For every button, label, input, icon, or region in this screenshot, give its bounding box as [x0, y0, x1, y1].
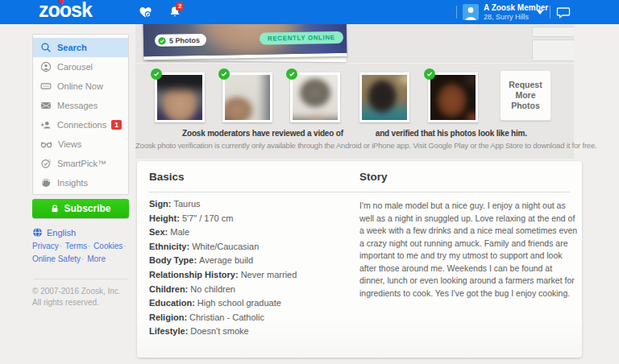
sidebar-item-label: Online Now — [57, 81, 103, 91]
sidebar-nav: Search Carousel Online Now Messages Con — [32, 34, 129, 195]
basics-list: Sign:Taurus Height:5'7" / 170 cm Sex:Mal… — [149, 199, 297, 341]
subscribe-button[interactable]: Subscribe — [32, 199, 129, 218]
profile-details-card: Basics Story Sign:Taurus Height:5'7" / 1… — [137, 161, 582, 358]
section-divider — [135, 63, 574, 64]
sidebar-item-smartpick[interactable]: SmartPick™ — [33, 154, 128, 173]
story-text: I'm no male model but a nice guy. I enjo… — [359, 200, 579, 300]
photo-thumbnail-1[interactable] — [155, 72, 205, 122]
basics-row-sign: Sign:Taurus — [149, 199, 297, 213]
privacy-link[interactable]: Privacy — [32, 242, 59, 250]
basics-row-education: Education:High school graduate — [149, 298, 297, 312]
sidebar-item-carousel[interactable]: Carousel — [33, 57, 128, 77]
user-avatar[interactable] — [463, 4, 479, 20]
sidebar-item-messages[interactable]: Messages — [33, 96, 128, 115]
footer-links: Privacy· Terms· Cookies· Online Safety· … — [32, 240, 132, 266]
copyright-text: © 2007-2016 Zoosk, Inc. All rights reser… — [32, 286, 129, 308]
basics-row-height: Height:5'7" / 170 cm — [149, 213, 297, 228]
chat-bubble-icon[interactable] — [556, 6, 570, 19]
photo-thumbnail-4[interactable] — [359, 72, 409, 122]
moderation-statement: Zoosk moderators have reviewed a video o… — [135, 129, 574, 138]
user-menu-caret-icon[interactable] — [537, 10, 543, 14]
zoosk-profile-page: { "header": { "logo_text": "zoosk", "not… — [0, 0, 619, 364]
sidebar-item-connections[interactable]: Connections 1 — [33, 115, 128, 134]
sidebar-item-label: Messages — [57, 101, 98, 110]
smartpick-heart-icon[interactable] — [139, 6, 152, 19]
story-heading: Story — [359, 171, 388, 183]
photo-thumbnail-5[interactable] — [428, 72, 478, 122]
online-safety-link[interactable]: Online Safety — [32, 254, 81, 263]
check-icon — [158, 36, 166, 44]
language-label: English — [47, 228, 76, 238]
sidebar-item-search[interactable]: Search — [33, 38, 128, 57]
basics-row-children: Children:No children — [149, 284, 297, 299]
terms-link[interactable]: Terms — [65, 242, 87, 250]
notifications-bell-icon[interactable]: 2 — [168, 6, 182, 19]
online-now-icon — [40, 81, 52, 92]
photo-count-badge: 5 Photos — [155, 34, 206, 47]
connections-count-badge: 1 — [111, 120, 122, 130]
basics-heading: Basics — [149, 171, 185, 183]
photo-verification-section: 5 Photos RECENTLY ONLINE Request More Ph… — [135, 24, 574, 159]
recently-online-badge: RECENTLY ONLINE — [260, 31, 343, 45]
lock-icon — [50, 204, 60, 213]
messages-icon — [40, 100, 52, 111]
sidebar-item-label: Search — [57, 43, 87, 52]
smartpick-icon — [40, 158, 52, 169]
connections-icon — [40, 119, 52, 130]
basics-row-sex: Sex:Male — [149, 227, 297, 242]
verified-check-icon — [286, 68, 297, 80]
request-more-photos-button[interactable]: Request More Photos — [500, 70, 551, 121]
notifications-count-badge: 2 — [176, 2, 184, 10]
views-icon — [40, 139, 52, 150]
card-divider — [149, 192, 570, 192]
sidebar-item-insights[interactable]: Insights — [33, 173, 128, 192]
moderation-note: Zoosk photo verification is currently on… — [135, 141, 574, 150]
sidebar-item-label: Insights — [57, 178, 88, 188]
verified-check-icon — [424, 68, 435, 80]
sidebar-item-label: Views — [58, 139, 81, 149]
basics-row-body-type: Body Type:Average build — [149, 255, 297, 270]
cookies-link[interactable]: Cookies — [93, 242, 123, 250]
photo-thumbnail-2[interactable] — [222, 72, 272, 122]
zoosk-logo-text: zoosk — [39, 0, 92, 21]
basics-row-relationship-history: Relationship History:Never married — [149, 270, 297, 284]
sidebar-item-label: Connections — [57, 120, 106, 130]
basics-row-lifestyle: Lifestyle:Doesn't smoke — [149, 326, 297, 341]
photo-thumbnail-3[interactable] — [290, 72, 340, 122]
zoosk-logo[interactable]: zoosk ♥ — [39, 0, 92, 22]
sidebar-item-label: SmartPick™ — [57, 159, 106, 168]
main-profile-photo[interactable]: 5 Photos RECENTLY ONLINE — [143, 19, 347, 60]
sidebar-item-label: Carousel — [57, 62, 93, 72]
top-nav-bar: zoosk ♥ 2 A Zoosk Member 28, Surry Hills — [0, 0, 619, 24]
header-divider — [550, 6, 550, 19]
header-divider — [456, 6, 457, 19]
search-icon — [40, 42, 52, 53]
partial-card-edge — [532, 27, 574, 37]
sidebar-footer-divider — [34, 279, 127, 279]
carousel-icon — [40, 61, 52, 72]
verified-check-icon — [151, 68, 162, 80]
globe-icon — [32, 227, 43, 238]
sidebar-item-online-now[interactable]: Online Now — [33, 77, 128, 96]
verified-check-icon — [218, 68, 230, 80]
basics-row-ethnicity: Ethnicity:White/Caucasian — [149, 242, 297, 256]
partial-card-edge — [532, 39, 574, 61]
insights-icon — [40, 177, 52, 188]
sidebar-item-views[interactable]: Views — [33, 134, 128, 154]
language-selector[interactable]: English — [32, 227, 76, 238]
more-link[interactable]: More — [87, 254, 106, 263]
subscribe-label: Subscribe — [64, 203, 110, 214]
basics-row-religion: Religion:Christian - Catholic — [149, 312, 297, 327]
